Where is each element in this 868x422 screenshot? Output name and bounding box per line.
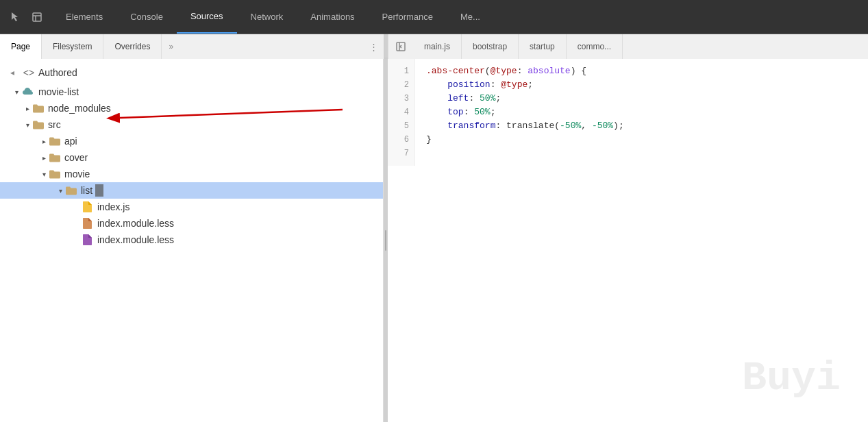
indexmoduless2-file-icon — [82, 234, 95, 245]
list-arrow: ▾ — [55, 185, 66, 196]
cover-item[interactable]: cover — [0, 149, 383, 166]
code-lines: .abs-center(@type: absolute) { position:… — [415, 59, 868, 166]
cloud-icon — [22, 86, 34, 97]
cover-folder-icon — [49, 153, 62, 162]
editor-tab-commo[interactable]: commo... — [567, 34, 623, 59]
authored-section[interactable]: ◂ <> Authored — [0, 62, 383, 84]
line-num-6: 6 — [388, 133, 414, 147]
node-modules-arrow — [22, 103, 33, 114]
src-item[interactable]: src — [0, 116, 383, 133]
authored-label: Authored — [38, 67, 77, 78]
editor-tab-mainjs[interactable]: main.js — [413, 34, 462, 59]
code-line-2: position: @type; — [426, 78, 868, 92]
tab-sources[interactable]: Sources — [177, 0, 237, 34]
code-line-1: .abs-center(@type: absolute) { — [426, 64, 868, 78]
file-tree: ◂ <> Authored movie-list — [0, 59, 383, 251]
src-label: src — [48, 119, 61, 130]
indexmoduless1-item[interactable]: index.module.less — [0, 215, 383, 232]
cursor — [95, 184, 103, 197]
cover-arrow — [38, 152, 49, 163]
authored-collapse-icon: ◂ — [5, 66, 19, 79]
collapse-sidebar-button[interactable] — [391, 37, 410, 56]
top-tab-bar: Elements Console Sources Network Animati… — [0, 0, 868, 34]
movie-item[interactable]: movie — [0, 166, 383, 182]
code-line-6: } — [426, 133, 868, 147]
editor-tabs-bar: main.js bootstrap startup commo... — [388, 34, 868, 59]
subtab-filesystem[interactable]: Filesystem — [42, 34, 103, 59]
code-editor[interactable]: Buyi 1 2 3 4 5 6 7 .abs-center(@type: ab… — [388, 59, 868, 422]
code-content: 1 2 3 4 5 6 7 .abs-center(@type: absolut… — [388, 59, 868, 166]
code-line-5: transform: translate(-50%, -50%); — [426, 119, 868, 133]
list-item[interactable]: ▾ list — [0, 182, 383, 199]
file-tree-sidebar: ◂ <> Authored movie-list — [0, 59, 384, 422]
list-folder-icon — [66, 186, 78, 195]
list-label: list — [81, 185, 92, 196]
indexmoduless1-file-icon — [82, 218, 95, 229]
indexjs-file-icon — [82, 201, 95, 212]
line-num-7: 7 — [388, 147, 414, 160]
devtools-pointer-icon[interactable] — [5, 8, 25, 27]
code-line-4: top: 50%; — [426, 106, 868, 119]
line-num-1: 1 — [388, 64, 414, 78]
api-folder-icon — [49, 136, 62, 146]
subtab-page[interactable]: Page — [0, 34, 42, 59]
main-layout: ◂ <> Authored movie-list — [0, 59, 868, 422]
movie-list-arrow — [11, 86, 22, 97]
tab-network[interactable]: Network — [237, 0, 297, 34]
line-num-4: 4 — [388, 106, 414, 119]
subtab-options[interactable]: ⋮ — [364, 42, 384, 52]
line-numbers: 1 2 3 4 5 6 7 — [388, 59, 415, 166]
movie-list-item[interactable]: movie-list — [0, 84, 383, 100]
code-line-3: left: 50%; — [426, 92, 868, 106]
indexmoduless1-label: index.module.less — [97, 218, 174, 229]
src-folder-icon — [33, 120, 45, 129]
node-modules-label: node_modules — [48, 103, 111, 114]
tab-more[interactable]: Me... — [447, 0, 494, 34]
api-label: api — [64, 136, 77, 147]
line-num-3: 3 — [388, 92, 414, 106]
movie-arrow — [38, 169, 49, 179]
subtab-more-chevron[interactable]: » — [162, 42, 180, 51]
editor-tab-bootstrap[interactable]: bootstrap — [462, 34, 519, 59]
devtools-icons — [0, 8, 52, 27]
sub-tabs-bar: Page Filesystem Overrides » ⋮ — [0, 34, 384, 59]
tab-elements[interactable]: Elements — [52, 0, 116, 34]
code-line-7 — [426, 147, 868, 160]
line-num-5: 5 — [388, 119, 414, 133]
watermark: Buyi — [742, 355, 841, 401]
movie-folder-icon — [49, 169, 62, 179]
cover-label: cover — [64, 152, 88, 163]
movie-list-label: movie-list — [38, 86, 79, 97]
indexmoduless2-label: index.module.less — [97, 234, 174, 245]
line-num-2: 2 — [388, 78, 414, 92]
subtab-overrides[interactable]: Overrides — [103, 34, 162, 59]
indexmoduless2-item[interactable]: index.module.less — [0, 232, 383, 248]
indexjs-label: index.js — [97, 201, 129, 212]
movie-label: movie — [64, 169, 90, 179]
api-item[interactable]: api — [0, 133, 383, 149]
api-arrow — [38, 136, 49, 147]
indexjs-item[interactable]: index.js — [0, 199, 383, 215]
devtools-inspect-icon[interactable] — [27, 8, 47, 27]
editor-tab-startup[interactable]: startup — [519, 34, 567, 59]
bracket-left-icon: <> — [22, 66, 36, 79]
src-arrow — [22, 119, 33, 130]
node-modules-item[interactable]: node_modules — [0, 100, 383, 116]
node-modules-folder-icon — [33, 103, 45, 113]
svg-rect-0 — [33, 13, 41, 21]
tab-performance[interactable]: Performance — [369, 0, 447, 34]
tab-console[interactable]: Console — [116, 0, 177, 34]
tab-animations[interactable]: Animations — [297, 0, 368, 34]
